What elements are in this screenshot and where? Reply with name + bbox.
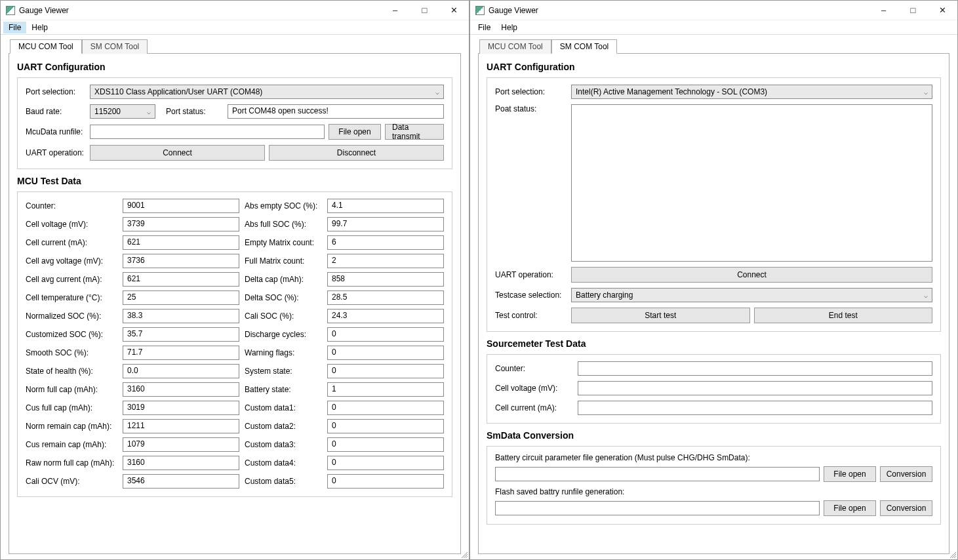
window-sm: Gauge Viewer – □ ✕ File Help MCU COM Too… — [469, 0, 958, 560]
param-file-path-input[interactable] — [495, 467, 820, 481]
uart-operation-label: UART operation: — [26, 148, 86, 157]
runfile-gen-label: Flash saved battry runfile generation: — [495, 487, 932, 496]
connect-button[interactable]: Connect — [90, 145, 265, 161]
data-field: 4.1 — [327, 199, 444, 213]
data-field: 0 — [327, 456, 444, 470]
data-label: Custom data3: — [245, 440, 322, 449]
tabs: MCU COM Tool SM COM Tool — [1, 35, 469, 53]
sm-current-label: Cell current (mA): — [495, 403, 572, 412]
minimize-button[interactable]: – — [380, 1, 410, 20]
data-field: 0 — [327, 437, 444, 452]
data-field: 621 — [123, 272, 239, 287]
file-open-button[interactable]: File open — [329, 124, 381, 140]
uart-config-header: UART Configuration — [17, 62, 452, 72]
data-label: Raw norm full cap (mAh): — [26, 458, 117, 468]
data-label: Abs full SOC (%): — [245, 220, 322, 229]
data-label: Full Matrix count: — [245, 256, 322, 266]
data-label: Custom data5: — [245, 477, 322, 486]
baud-rate-dropdown[interactable]: 115200 ⌵ — [90, 104, 155, 119]
data-field: 3160 — [123, 456, 239, 470]
data-field: 0 — [327, 364, 444, 378]
testcase-selection-value: Battery charging — [576, 290, 633, 300]
data-field: 38.3 — [123, 309, 239, 323]
sourcemeter-test-data-header: Sourcemeter Test Data — [487, 338, 941, 349]
minimize-button[interactable]: – — [869, 1, 898, 20]
data-label: Delta cap (mAh): — [245, 275, 322, 284]
data-field: 3160 — [123, 382, 239, 397]
runfile-input[interactable] — [90, 125, 325, 139]
uart-config-section: Port selection: Intel(R) Active Manageme… — [487, 77, 941, 332]
data-label: Cell voltage (mV): — [26, 220, 117, 229]
port-status-label: Port status: — [166, 107, 224, 116]
mcu-test-data-section: Counter:9001Abs empty SOC (%):4.1Cell vo… — [17, 191, 452, 497]
data-label: Custom data2: — [245, 422, 322, 431]
data-field: 0 — [327, 474, 444, 489]
runfile-path-input[interactable] — [495, 501, 820, 515]
data-field: 2 — [327, 254, 444, 268]
smdata-conversion-section: Battery circuit parameter file generatio… — [487, 446, 941, 525]
window-title: Gauge Viewer — [19, 6, 69, 15]
tab-sm-com-tool[interactable]: SM COM Tool — [551, 39, 617, 54]
data-label: Cell avg voltage (mV): — [26, 256, 117, 266]
param-file-open-button[interactable]: File open — [824, 466, 876, 482]
data-field: 3019 — [123, 401, 239, 415]
menu-file[interactable]: File — [3, 22, 26, 33]
mcu-test-data-header: MCU Test Data — [17, 176, 452, 186]
data-field: 35.7 — [123, 327, 239, 342]
data-label: Cus full cap (mAh): — [26, 403, 117, 412]
status-log-textarea[interactable] — [571, 104, 932, 262]
port-selection-dropdown[interactable]: XDS110 Class Application/User UART (COM4… — [90, 85, 444, 99]
data-transmit-button[interactable]: Data transmit — [385, 124, 444, 140]
port-selection-label: Port selection: — [495, 87, 567, 96]
titlebar[interactable]: Gauge Viewer – □ ✕ — [470, 1, 957, 20]
runfile-conversion-button[interactable]: Conversion — [880, 500, 932, 516]
data-field: 25 — [123, 290, 239, 305]
maximize-button[interactable]: □ — [898, 1, 928, 20]
menu-help[interactable]: Help — [26, 22, 53, 33]
tab-sm-com-tool[interactable]: SM COM Tool — [82, 39, 148, 54]
port-selection-dropdown[interactable]: Intel(R) Active Management Technology - … — [571, 85, 932, 99]
sm-counter-label: Counter: — [495, 364, 572, 373]
connect-button[interactable]: Connect — [571, 267, 932, 283]
param-conversion-button[interactable]: Conversion — [880, 466, 932, 482]
end-test-button[interactable]: End test — [754, 308, 933, 323]
data-label: Discharge cycles: — [245, 330, 322, 339]
port-selection-label: Port selection: — [26, 87, 86, 96]
menu-help[interactable]: Help — [496, 22, 523, 33]
uart-config-header: UART Configuration — [487, 62, 941, 72]
close-button[interactable]: ✕ — [439, 1, 469, 20]
mcu-data-grid: Counter:9001Abs empty SOC (%):4.1Cell vo… — [26, 199, 444, 489]
titlebar[interactable]: Gauge Viewer – □ ✕ — [1, 1, 469, 20]
start-test-button[interactable]: Start test — [571, 308, 750, 323]
sm-voltage-field — [578, 381, 932, 395]
testcase-selection-label: Testcase selection: — [495, 290, 567, 300]
sm-counter-field — [578, 361, 932, 376]
close-button[interactable]: ✕ — [928, 1, 957, 20]
chevron-down-icon: ⌵ — [924, 89, 928, 96]
data-field: 0 — [327, 419, 444, 433]
menu-file[interactable]: File — [473, 22, 496, 33]
disconnect-button[interactable]: Disconnect — [269, 145, 444, 161]
port-selection-value: Intel(R) Active Management Technology - … — [576, 87, 767, 96]
tab-mcu-com-tool[interactable]: MCU COM Tool — [10, 39, 82, 54]
data-field: 71.7 — [123, 346, 239, 360]
tab-pane-mcu: UART Configuration Port selection: XDS11… — [9, 53, 461, 554]
data-label: Battery state: — [245, 385, 322, 394]
resize-grip[interactable] — [948, 550, 956, 558]
baud-rate-label: Baud rate: — [26, 107, 86, 116]
runfile-file-open-button[interactable]: File open — [824, 500, 876, 516]
port-selection-value: XDS110 Class Application/User UART (COM4… — [94, 87, 262, 96]
data-label: Cell current (mA): — [26, 238, 117, 247]
resize-grip[interactable] — [460, 550, 468, 558]
data-label: Cali SOC (%): — [245, 311, 322, 321]
data-label: Cell temperature (°C): — [26, 293, 117, 302]
data-label: Cus remain cap (mAh): — [26, 440, 117, 449]
chevron-down-icon: ⌵ — [435, 89, 439, 96]
tabs: MCU COM Tool SM COM Tool — [470, 35, 957, 53]
maximize-button[interactable]: □ — [410, 1, 439, 20]
testcase-selection-dropdown[interactable]: Battery charging ⌵ — [571, 288, 932, 302]
chevron-down-icon: ⌵ — [147, 108, 151, 115]
menubar: File Help — [470, 20, 957, 35]
data-label: Custom data4: — [245, 458, 322, 468]
tab-mcu-com-tool[interactable]: MCU COM Tool — [479, 39, 551, 54]
